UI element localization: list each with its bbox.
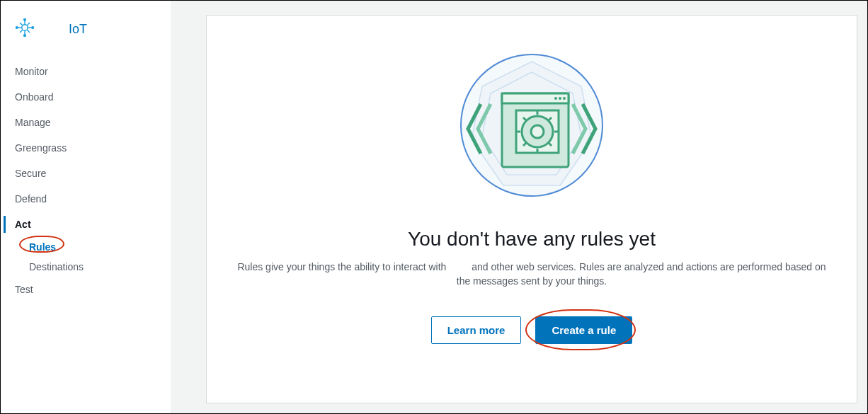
svg-point-3: [16, 27, 18, 29]
sidebar-subitem-destinations[interactable]: Destinations: [1, 257, 171, 277]
svg-rect-9: [502, 93, 569, 103]
empty-state-title: You don't have any rules yet: [408, 228, 656, 251]
sidebar-item-test[interactable]: Test: [1, 277, 171, 302]
svg-point-4: [32, 27, 34, 29]
brand-icon: [15, 18, 35, 40]
sidebar-item-onboard[interactable]: Onboard: [1, 84, 171, 110]
svg-point-0: [22, 25, 28, 30]
svg-point-11: [559, 97, 561, 100]
sidebar-item-monitor[interactable]: Monitor: [1, 59, 171, 84]
svg-point-2: [24, 35, 26, 37]
sidebar-item-greengrass[interactable]: Greengrass: [1, 135, 171, 161]
svg-point-1: [24, 18, 26, 21]
desc-text-post: and other web services. Rules are analyz…: [457, 261, 826, 287]
brand-text: IoT: [42, 22, 87, 37]
desc-text-pre: Rules give your things the ability to in…: [237, 261, 449, 272]
button-row: Learn more Create a rule: [431, 316, 633, 344]
rules-illustration-icon: [447, 44, 617, 207]
sidebar-item-defend[interactable]: Defend: [1, 186, 171, 212]
brand[interactable]: IoT: [1, 13, 171, 59]
act-subnav: Rules Destinations: [1, 237, 171, 277]
sidebar-item-secure[interactable]: Secure: [1, 161, 171, 186]
create-rule-wrap: Create a rule: [535, 316, 632, 344]
empty-state-panel: You don't have any rules yet Rules give …: [206, 15, 857, 403]
learn-more-button[interactable]: Learn more: [431, 316, 522, 344]
sidebar-item-act[interactable]: Act: [1, 212, 171, 237]
svg-point-15: [531, 125, 544, 138]
sidebar-subitem-rules[interactable]: Rules: [1, 237, 171, 257]
sidebar-subitem-label: Rules: [29, 241, 56, 253]
sidebar: IoT Monitor Onboard Manage Greengrass Se…: [1, 1, 171, 413]
sidebar-item-manage[interactable]: Manage: [1, 110, 171, 135]
svg-point-12: [563, 97, 566, 100]
create-rule-button[interactable]: Create a rule: [535, 316, 632, 344]
svg-point-10: [554, 97, 557, 100]
main-area: You don't have any rules yet Rules give …: [171, 1, 867, 413]
nav: Monitor Onboard Manage Greengrass Secure…: [1, 59, 171, 302]
empty-state-description: Rules give your things the ability to in…: [235, 260, 828, 288]
